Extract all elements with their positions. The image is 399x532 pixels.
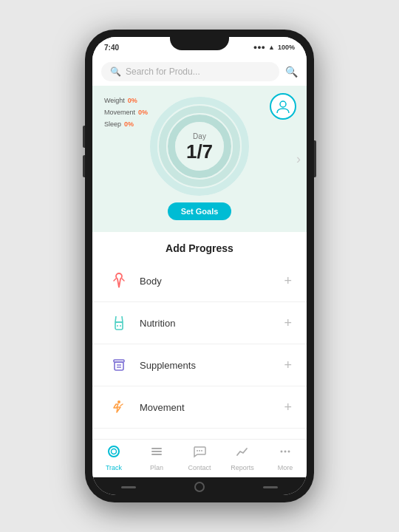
ring-center-content: Day 1/7	[186, 132, 213, 161]
movement-add-button[interactable]: +	[284, 400, 292, 415]
search-placeholder-text: Search for Produ...	[126, 66, 200, 77]
reports-label: Reports	[231, 464, 254, 471]
search-icon: 🔍	[110, 66, 121, 77]
home-button-indicator	[194, 482, 205, 492]
progress-item-nutrition[interactable]: Nutrition +	[92, 302, 307, 344]
sleep-label: Sleep	[104, 118, 121, 130]
svg-rect-18	[151, 448, 162, 449]
more-label: More	[278, 464, 293, 471]
movement-icon	[107, 395, 131, 419]
svg-point-21	[197, 450, 198, 451]
status-indicators: ●●● ▲ 100%	[253, 44, 295, 51]
reports-icon	[235, 444, 250, 463]
movement-value: 0%	[138, 106, 148, 118]
wifi-icon: ▲	[268, 44, 275, 51]
nutrition-label: Nutrition	[140, 318, 284, 329]
progress-item-movement[interactable]: Movement +	[92, 386, 307, 429]
plan-label: Plan	[150, 464, 163, 471]
svg-point-22	[199, 450, 200, 451]
supplements-label: Supplements	[140, 360, 284, 371]
hero-stats-panel: Weight 0% Movement 0% Sleep 0%	[104, 95, 148, 131]
contact-label: Contact	[188, 464, 211, 471]
svg-rect-20	[151, 454, 162, 455]
svg-rect-19	[151, 451, 162, 452]
svg-point-8	[117, 325, 118, 327]
supplements-add-button[interactable]: +	[284, 358, 292, 373]
day-label: Day	[186, 132, 213, 140]
status-bar: 7:40 ●●● ▲ 100%	[92, 37, 307, 58]
hero-next-arrow[interactable]: ›	[296, 151, 301, 167]
phone-frame: 7:40 ●●● ▲ 100% 🔍 Search for Produ... 🔍 …	[85, 30, 314, 502]
hero-section: Weight 0% Movement 0% Sleep 0%	[92, 86, 307, 232]
svg-point-0	[280, 101, 286, 107]
weight-value: 0%	[128, 95, 137, 106]
back-button-indicator	[121, 486, 136, 488]
movement-label: Movement	[140, 402, 284, 413]
track-label: Track	[106, 464, 122, 471]
weight-label: Weight	[104, 95, 125, 106]
volume-up-button	[83, 126, 85, 148]
movement-stat: Movement 0%	[104, 106, 148, 118]
progress-item-meditation[interactable]: Meditation +	[92, 429, 307, 439]
svg-point-24	[281, 451, 283, 453]
nutrition-icon	[107, 311, 131, 335]
more-icon	[278, 444, 293, 463]
nav-item-plan[interactable]: Plan	[135, 444, 178, 471]
body-icon	[107, 269, 131, 293]
svg-point-14	[117, 400, 120, 403]
contact-icon	[192, 444, 207, 463]
add-progress-section: Add Progress Body + Nutrition + Suppleme…	[92, 232, 307, 439]
progress-rings: Day 1/7	[148, 95, 251, 198]
search-input-wrap[interactable]: 🔍 Search for Produ...	[101, 62, 279, 81]
add-progress-title: Add Progress	[92, 232, 307, 260]
sleep-value: 0%	[124, 118, 134, 130]
set-goals-button[interactable]: Set Goals	[168, 202, 232, 220]
svg-point-23	[201, 450, 202, 451]
status-time: 7:40	[104, 44, 119, 52]
nutrition-add-button[interactable]: +	[284, 316, 292, 331]
svg-rect-11	[115, 362, 123, 370]
body-add-button[interactable]: +	[284, 273, 292, 289]
volume-down-button	[83, 155, 85, 177]
plan-icon	[149, 444, 164, 463]
svg-rect-7	[115, 322, 123, 330]
signal-icon: ●●●	[253, 44, 265, 51]
progress-list: Body + Nutrition + Supplements + Movemen…	[92, 260, 307, 439]
bottom-nav: Track Plan	[92, 439, 307, 477]
sleep-stat: Sleep 0%	[104, 118, 148, 130]
track-icon	[106, 444, 121, 463]
weight-stat: Weight 0%	[104, 95, 148, 106]
search-bar: 🔍 Search for Produ... 🔍	[92, 58, 307, 86]
svg-point-17	[112, 449, 117, 454]
svg-point-16	[109, 446, 119, 457]
progress-item-supplements[interactable]: Supplements +	[92, 344, 307, 386]
svg-point-9	[120, 325, 121, 327]
search-action-icon[interactable]: 🔍	[285, 66, 298, 78]
progress-item-body[interactable]: Body +	[92, 260, 307, 302]
nav-item-more[interactable]: More	[264, 444, 307, 471]
notch	[170, 37, 229, 50]
body-label: Body	[140, 276, 284, 287]
avatar-badge[interactable]	[270, 93, 296, 120]
recents-button-indicator	[263, 486, 278, 488]
nav-item-reports[interactable]: Reports	[221, 444, 264, 471]
movement-label: Movement	[104, 106, 135, 118]
battery-icon: 100%	[278, 44, 295, 51]
avatar-circle	[270, 93, 296, 120]
power-button	[314, 140, 316, 177]
nav-item-track[interactable]: Track	[92, 444, 135, 471]
nav-item-contact[interactable]: Contact	[178, 444, 221, 471]
svg-point-25	[284, 451, 287, 453]
supplements-icon	[107, 353, 131, 377]
day-number: 1/7	[186, 142, 213, 161]
phone-screen: 7:40 ●●● ▲ 100% 🔍 Search for Produ... 🔍 …	[92, 37, 307, 495]
svg-point-26	[288, 451, 290, 453]
home-bar	[92, 477, 307, 495]
